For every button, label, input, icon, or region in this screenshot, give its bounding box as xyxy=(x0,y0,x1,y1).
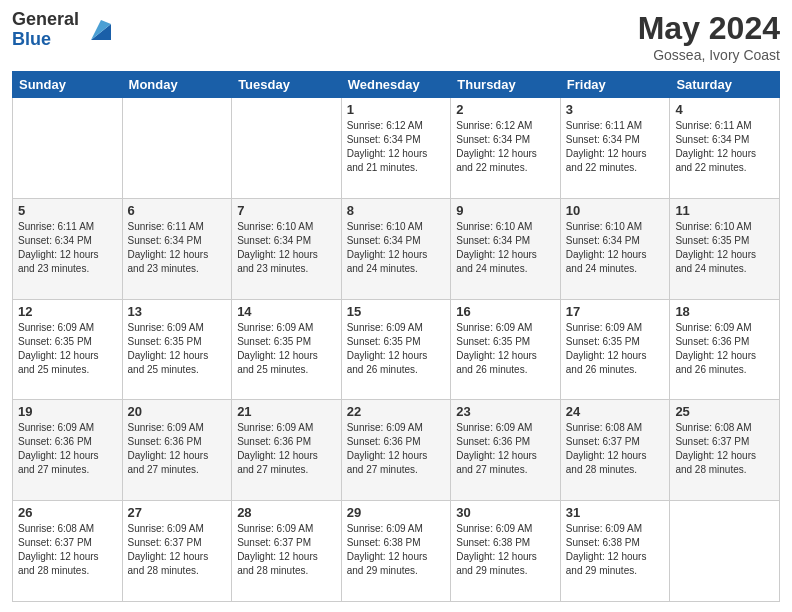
day-info: Sunrise: 6:09 AM Sunset: 6:35 PM Dayligh… xyxy=(128,321,227,377)
day-number: 6 xyxy=(128,203,227,218)
day-number: 9 xyxy=(456,203,555,218)
day-header-thursday: Thursday xyxy=(451,72,561,98)
title-block: May 2024 Gossea, Ivory Coast xyxy=(638,10,780,63)
calendar-cell: 3Sunrise: 6:11 AM Sunset: 6:34 PM Daylig… xyxy=(560,98,670,199)
day-number: 7 xyxy=(237,203,336,218)
calendar-week-1: 5Sunrise: 6:11 AM Sunset: 6:34 PM Daylig… xyxy=(13,198,780,299)
day-info: Sunrise: 6:10 AM Sunset: 6:34 PM Dayligh… xyxy=(237,220,336,276)
day-header-saturday: Saturday xyxy=(670,72,780,98)
day-info: Sunrise: 6:09 AM Sunset: 6:35 PM Dayligh… xyxy=(347,321,446,377)
day-info: Sunrise: 6:09 AM Sunset: 6:36 PM Dayligh… xyxy=(237,421,336,477)
day-info: Sunrise: 6:09 AM Sunset: 6:35 PM Dayligh… xyxy=(18,321,117,377)
day-info: Sunrise: 6:08 AM Sunset: 6:37 PM Dayligh… xyxy=(18,522,117,578)
calendar-cell: 10Sunrise: 6:10 AM Sunset: 6:34 PM Dayli… xyxy=(560,198,670,299)
day-info: Sunrise: 6:10 AM Sunset: 6:34 PM Dayligh… xyxy=(347,220,446,276)
calendar-week-4: 26Sunrise: 6:08 AM Sunset: 6:37 PM Dayli… xyxy=(13,501,780,602)
day-info: Sunrise: 6:09 AM Sunset: 6:37 PM Dayligh… xyxy=(128,522,227,578)
day-number: 26 xyxy=(18,505,117,520)
day-info: Sunrise: 6:12 AM Sunset: 6:34 PM Dayligh… xyxy=(347,119,446,175)
calendar-week-2: 12Sunrise: 6:09 AM Sunset: 6:35 PM Dayli… xyxy=(13,299,780,400)
calendar-cell: 9Sunrise: 6:10 AM Sunset: 6:34 PM Daylig… xyxy=(451,198,561,299)
calendar-week-0: 1Sunrise: 6:12 AM Sunset: 6:34 PM Daylig… xyxy=(13,98,780,199)
day-header-tuesday: Tuesday xyxy=(232,72,342,98)
day-number: 31 xyxy=(566,505,665,520)
day-info: Sunrise: 6:11 AM Sunset: 6:34 PM Dayligh… xyxy=(128,220,227,276)
calendar-cell: 27Sunrise: 6:09 AM Sunset: 6:37 PM Dayli… xyxy=(122,501,232,602)
calendar-cell: 2Sunrise: 6:12 AM Sunset: 6:34 PM Daylig… xyxy=(451,98,561,199)
day-info: Sunrise: 6:11 AM Sunset: 6:34 PM Dayligh… xyxy=(675,119,774,175)
day-number: 17 xyxy=(566,304,665,319)
calendar-cell: 14Sunrise: 6:09 AM Sunset: 6:35 PM Dayli… xyxy=(232,299,342,400)
day-info: Sunrise: 6:09 AM Sunset: 6:37 PM Dayligh… xyxy=(237,522,336,578)
day-number: 22 xyxy=(347,404,446,419)
calendar-cell: 19Sunrise: 6:09 AM Sunset: 6:36 PM Dayli… xyxy=(13,400,123,501)
calendar-cell: 1Sunrise: 6:12 AM Sunset: 6:34 PM Daylig… xyxy=(341,98,451,199)
day-info: Sunrise: 6:08 AM Sunset: 6:37 PM Dayligh… xyxy=(566,421,665,477)
calendar-cell: 28Sunrise: 6:09 AM Sunset: 6:37 PM Dayli… xyxy=(232,501,342,602)
day-info: Sunrise: 6:09 AM Sunset: 6:35 PM Dayligh… xyxy=(566,321,665,377)
day-number: 20 xyxy=(128,404,227,419)
calendar-cell: 11Sunrise: 6:10 AM Sunset: 6:35 PM Dayli… xyxy=(670,198,780,299)
day-number: 23 xyxy=(456,404,555,419)
calendar-cell: 31Sunrise: 6:09 AM Sunset: 6:38 PM Dayli… xyxy=(560,501,670,602)
day-info: Sunrise: 6:09 AM Sunset: 6:35 PM Dayligh… xyxy=(237,321,336,377)
day-info: Sunrise: 6:10 AM Sunset: 6:34 PM Dayligh… xyxy=(566,220,665,276)
day-number: 30 xyxy=(456,505,555,520)
day-info: Sunrise: 6:09 AM Sunset: 6:36 PM Dayligh… xyxy=(675,321,774,377)
day-info: Sunrise: 6:09 AM Sunset: 6:35 PM Dayligh… xyxy=(456,321,555,377)
calendar-cell xyxy=(670,501,780,602)
calendar-cell: 12Sunrise: 6:09 AM Sunset: 6:35 PM Dayli… xyxy=(13,299,123,400)
calendar-cell: 7Sunrise: 6:10 AM Sunset: 6:34 PM Daylig… xyxy=(232,198,342,299)
logo-blue: Blue xyxy=(12,30,79,50)
day-number: 14 xyxy=(237,304,336,319)
day-number: 27 xyxy=(128,505,227,520)
calendar-cell xyxy=(122,98,232,199)
calendar-cell: 29Sunrise: 6:09 AM Sunset: 6:38 PM Dayli… xyxy=(341,501,451,602)
calendar-week-3: 19Sunrise: 6:09 AM Sunset: 6:36 PM Dayli… xyxy=(13,400,780,501)
day-number: 4 xyxy=(675,102,774,117)
day-info: Sunrise: 6:09 AM Sunset: 6:36 PM Dayligh… xyxy=(456,421,555,477)
day-header-sunday: Sunday xyxy=(13,72,123,98)
day-info: Sunrise: 6:10 AM Sunset: 6:34 PM Dayligh… xyxy=(456,220,555,276)
day-info: Sunrise: 6:08 AM Sunset: 6:37 PM Dayligh… xyxy=(675,421,774,477)
location: Gossea, Ivory Coast xyxy=(638,47,780,63)
calendar-cell xyxy=(13,98,123,199)
calendar-cell: 20Sunrise: 6:09 AM Sunset: 6:36 PM Dayli… xyxy=(122,400,232,501)
day-number: 3 xyxy=(566,102,665,117)
calendar-header-row: SundayMondayTuesdayWednesdayThursdayFrid… xyxy=(13,72,780,98)
day-number: 19 xyxy=(18,404,117,419)
day-number: 1 xyxy=(347,102,446,117)
day-number: 16 xyxy=(456,304,555,319)
day-info: Sunrise: 6:09 AM Sunset: 6:36 PM Dayligh… xyxy=(347,421,446,477)
calendar-cell: 22Sunrise: 6:09 AM Sunset: 6:36 PM Dayli… xyxy=(341,400,451,501)
calendar-cell: 16Sunrise: 6:09 AM Sunset: 6:35 PM Dayli… xyxy=(451,299,561,400)
calendar-cell: 25Sunrise: 6:08 AM Sunset: 6:37 PM Dayli… xyxy=(670,400,780,501)
day-info: Sunrise: 6:09 AM Sunset: 6:38 PM Dayligh… xyxy=(456,522,555,578)
day-info: Sunrise: 6:10 AM Sunset: 6:35 PM Dayligh… xyxy=(675,220,774,276)
day-number: 11 xyxy=(675,203,774,218)
day-number: 21 xyxy=(237,404,336,419)
calendar-cell: 8Sunrise: 6:10 AM Sunset: 6:34 PM Daylig… xyxy=(341,198,451,299)
logo-text: General Blue xyxy=(12,10,79,50)
day-info: Sunrise: 6:09 AM Sunset: 6:36 PM Dayligh… xyxy=(18,421,117,477)
day-number: 2 xyxy=(456,102,555,117)
day-info: Sunrise: 6:12 AM Sunset: 6:34 PM Dayligh… xyxy=(456,119,555,175)
day-info: Sunrise: 6:09 AM Sunset: 6:38 PM Dayligh… xyxy=(566,522,665,578)
day-number: 13 xyxy=(128,304,227,319)
logo-icon xyxy=(83,16,111,44)
calendar-cell: 30Sunrise: 6:09 AM Sunset: 6:38 PM Dayli… xyxy=(451,501,561,602)
calendar-cell xyxy=(232,98,342,199)
header: General Blue May 2024 Gossea, Ivory Coas… xyxy=(12,10,780,63)
day-info: Sunrise: 6:09 AM Sunset: 6:36 PM Dayligh… xyxy=(128,421,227,477)
day-header-wednesday: Wednesday xyxy=(341,72,451,98)
day-header-monday: Monday xyxy=(122,72,232,98)
day-number: 15 xyxy=(347,304,446,319)
day-number: 25 xyxy=(675,404,774,419)
day-header-friday: Friday xyxy=(560,72,670,98)
logo: General Blue xyxy=(12,10,111,50)
day-number: 24 xyxy=(566,404,665,419)
calendar-cell: 23Sunrise: 6:09 AM Sunset: 6:36 PM Dayli… xyxy=(451,400,561,501)
day-info: Sunrise: 6:11 AM Sunset: 6:34 PM Dayligh… xyxy=(18,220,117,276)
calendar-cell: 18Sunrise: 6:09 AM Sunset: 6:36 PM Dayli… xyxy=(670,299,780,400)
calendar-cell: 24Sunrise: 6:08 AM Sunset: 6:37 PM Dayli… xyxy=(560,400,670,501)
